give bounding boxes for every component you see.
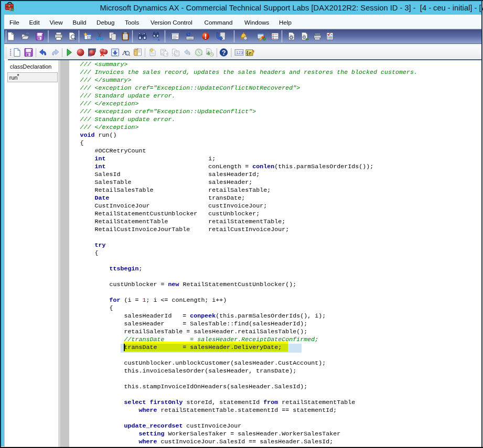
svg-text:123: 123 [236, 50, 243, 55]
svg-text:?: ? [221, 49, 226, 57]
